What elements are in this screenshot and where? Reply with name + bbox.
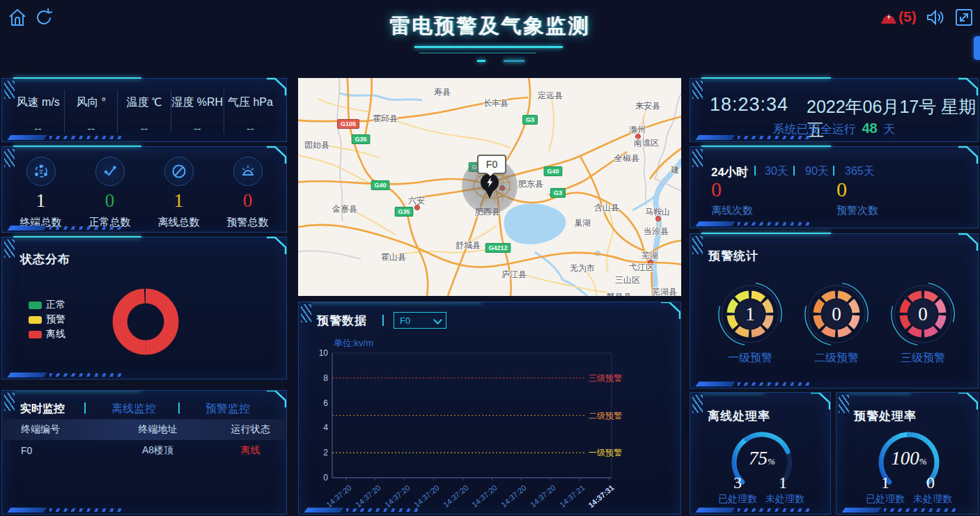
- alarm-icon[interactable]: [880, 9, 897, 26]
- map-place-label: 巢湖: [574, 217, 591, 229]
- map-marker-label[interactable]: F0: [477, 155, 506, 174]
- period-tab-365天[interactable]: 365天: [845, 164, 875, 179]
- stripe-dashes: [346, 508, 421, 512]
- gauge-value: 0: [918, 304, 928, 325]
- stripe-solid: [696, 221, 736, 226]
- panel-corner-accent: [958, 233, 979, 251]
- monitor-cell: A8楼顶: [100, 444, 215, 457]
- panel-hatch-decor: [692, 236, 703, 254]
- panel-top-accent: [701, 77, 831, 79]
- panel-top-accent: [13, 77, 141, 79]
- map-place-label: 肥东县: [518, 178, 543, 190]
- map-place-label: 长丰县: [483, 97, 508, 109]
- weather-metric-label: 湿度 %RH: [171, 95, 224, 110]
- map-place-label: 建: [671, 164, 679, 176]
- monitor-tab-2[interactable]: 离线监控: [111, 402, 156, 416]
- offline-rate-percent: 75%: [749, 448, 775, 469]
- y-axis-tick: 8: [309, 373, 328, 383]
- status-donut-chart: [107, 283, 184, 360]
- panel-corner-accent: [958, 146, 979, 164]
- weather-metric-value: --: [65, 123, 117, 135]
- panel-warning-rate: 预警处理率 100% 1 0 已处理数 未处理数: [836, 392, 979, 515]
- panel-top-accent: [701, 146, 831, 147]
- period-stat-value: 0: [711, 178, 722, 201]
- link-check-icon: [95, 157, 125, 186]
- stripe-dashes: [738, 508, 813, 512]
- warning-pending-value: 0: [926, 474, 935, 492]
- total-stat-value: 0: [75, 190, 144, 212]
- panel-top-accent: [13, 390, 141, 391]
- weather-metric-label: 气压 hPa: [224, 95, 277, 110]
- uptime-days: 48: [862, 120, 877, 136]
- panel-hatch-decor: [692, 395, 703, 413]
- panel-bottom-stripe: [6, 226, 125, 230]
- stripe-dashes: [738, 382, 813, 386]
- monitor-tab-3[interactable]: 预警监控: [205, 402, 250, 416]
- period-tab-90天[interactable]: 90天: [805, 164, 829, 179]
- legend-swatch: [29, 331, 42, 338]
- weather-metric-value: --: [12, 123, 64, 135]
- stripe-solid: [304, 508, 344, 513]
- map-place-label: 繁昌县: [607, 291, 632, 296]
- weather-metric: 湿度 %RH--: [171, 90, 224, 133]
- weather-metric: 风向 °--: [65, 90, 118, 133]
- panel-top-accent: [13, 236, 141, 237]
- legend-item-预警[interactable]: 预警: [29, 313, 65, 326]
- panel-top-accent: [701, 233, 831, 234]
- alarm-count[interactable]: (5): [899, 8, 917, 25]
- gauge-ring-3: [690, 234, 979, 389]
- road-badge-G3: G3: [522, 115, 538, 125]
- panel-bottom-stripe: [6, 373, 125, 377]
- panel-clock: 18:23:34 2022年06月17号 星期五 系统已安全运行 48 天: [690, 78, 979, 142]
- volume-icon[interactable]: [925, 8, 944, 27]
- stripe-solid: [696, 508, 736, 513]
- map-place-label: 南谯区: [634, 137, 659, 149]
- total-stat-value: 1: [6, 190, 75, 212]
- road-badge-G35: G35: [351, 134, 370, 144]
- totals-row: 1终端总数0正常总数1离线总数0预警总数: [6, 157, 282, 229]
- period-stat-label: 预警次数: [837, 204, 878, 217]
- panel-hatch-decor: [4, 393, 15, 411]
- slash-circle-icon: [164, 157, 194, 186]
- legend-item-正常[interactable]: 正常: [29, 299, 65, 311]
- page-title: 雷电预警及气象监测: [0, 13, 980, 40]
- y-axis-tick: 4: [309, 423, 328, 432]
- panel-bottom-stripe: [303, 508, 421, 513]
- map-place-label: 霍邱县: [373, 113, 398, 125]
- panel-corner-accent: [958, 392, 979, 409]
- tab-separator: [178, 402, 180, 414]
- total-stat-value: 1: [144, 190, 213, 212]
- monitor-cell: 离线: [215, 444, 286, 457]
- warning-gauges: 1一级预警0二级预警0三级预警: [690, 234, 978, 388]
- y-axis-tick: 6: [309, 398, 328, 408]
- legend-label: 正常: [46, 299, 65, 311]
- period-tab-30天[interactable]: 30天: [765, 164, 788, 179]
- offline-done-value: 3: [733, 474, 742, 492]
- status-panel-title: 状态分布: [20, 251, 70, 267]
- road-badge-G4212: G4212: [485, 243, 511, 253]
- uptime-prefix: 系统已安全运行: [773, 123, 856, 136]
- stripe-solid: [8, 508, 47, 513]
- legend-item-离线[interactable]: 离线: [29, 328, 65, 341]
- clock-time: 18:23:34: [710, 94, 788, 116]
- table-row[interactable]: F0A8楼顶离线: [3, 440, 286, 461]
- legend-swatch: [29, 316, 42, 324]
- panel-bottom-stripe: [6, 508, 125, 513]
- weather-metric-label: 温度 ℃: [118, 95, 170, 110]
- stripe-solid: [696, 135, 736, 140]
- stripe-dashes: [49, 226, 125, 230]
- side-float-button[interactable]: [974, 36, 980, 60]
- panel-bottom-stripe: [6, 135, 125, 140]
- map-canvas[interactable]: 寿县长丰县定远县来安县霍邱县滁州南谯区固始县全椒县肥东县肥西县金寨县六安舒城县霍…: [298, 78, 681, 296]
- fullscreen-icon[interactable]: [954, 8, 974, 27]
- y-axis-tick: 2: [309, 448, 328, 458]
- stripe-dashes: [884, 508, 959, 512]
- offline-done-label: 已处理数: [718, 493, 757, 506]
- gauge-label[interactable]: 三级预警: [901, 351, 945, 366]
- total-stat: 0预警总数: [213, 157, 282, 229]
- stripe-solid: [8, 135, 47, 140]
- monitor-tab-1[interactable]: 实时监控: [20, 402, 65, 416]
- stripe-dashes: [738, 222, 813, 226]
- period-stat-label: 离线次数: [711, 204, 753, 217]
- total-stat-label: 离线总数: [144, 216, 213, 229]
